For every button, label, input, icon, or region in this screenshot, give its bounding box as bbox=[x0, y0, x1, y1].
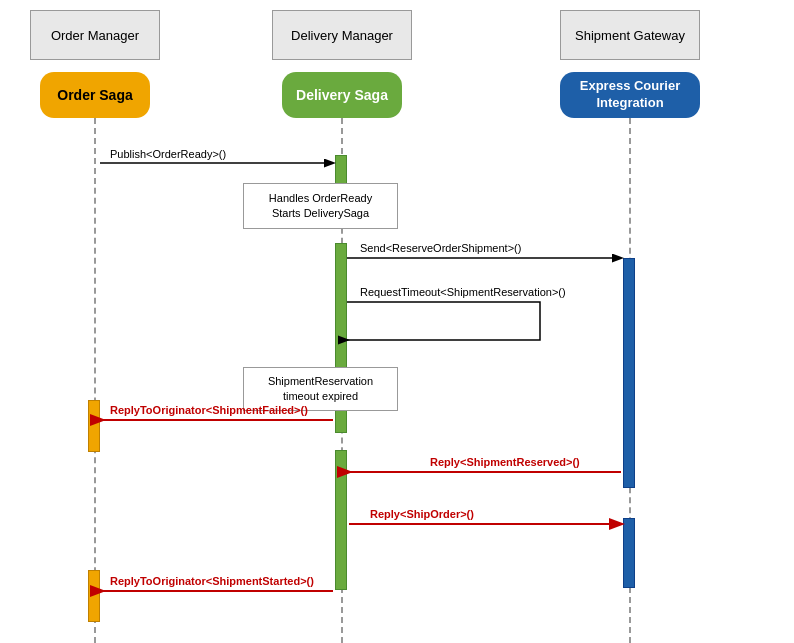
lifeline-shipment-gateway: Shipment Gateway bbox=[560, 10, 700, 60]
activation-delivery-3 bbox=[335, 450, 347, 590]
activation-shipment-1 bbox=[623, 258, 635, 488]
order-saga-actor: Order Saga bbox=[40, 72, 150, 118]
lifeline-dashed-order bbox=[94, 118, 96, 643]
lifeline-delivery-manager: Delivery Manager bbox=[272, 10, 412, 60]
msg-label-reply-shipment-failed: ReplyToOriginator<ShipmentFailed>() bbox=[110, 404, 308, 416]
msg-label-reply-shipment-started: ReplyToOriginator<ShipmentStarted>() bbox=[110, 575, 314, 587]
express-courier-actor: Express Courier Integration bbox=[560, 72, 700, 118]
sequence-diagram: Order Manager Delivery Manager Shipment … bbox=[0, 0, 794, 643]
activation-shipment-2 bbox=[623, 518, 635, 588]
msg-label-publish: Publish<OrderReady>() bbox=[110, 148, 226, 160]
msg-label-reply-ship-order: Reply<ShipOrder>() bbox=[370, 508, 474, 520]
delivery-saga-actor: Delivery Saga bbox=[282, 72, 402, 118]
msg-label-reply-shipment-reserved: Reply<ShipmentReserved>() bbox=[430, 456, 580, 468]
msg-label-send-reserve: Send<ReserveOrderShipment>() bbox=[360, 242, 521, 254]
activation-order-1 bbox=[88, 400, 100, 452]
note-handles-orderready: Handles OrderReady Starts DeliverySaga bbox=[243, 183, 398, 229]
activation-order-2 bbox=[88, 570, 100, 622]
msg-label-request-timeout: RequestTimeout<ShipmentReservation>() bbox=[360, 286, 566, 298]
lifeline-order-manager: Order Manager bbox=[30, 10, 160, 60]
